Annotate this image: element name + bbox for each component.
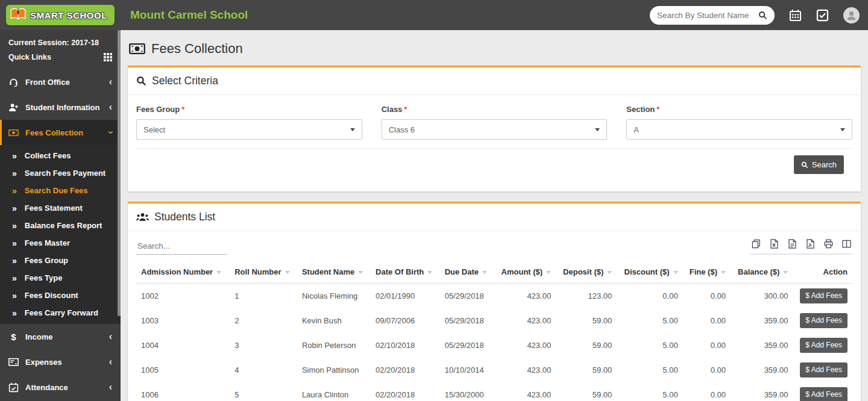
submenu-item-search-due-fees[interactable]: Search Due Fees [0, 182, 121, 199]
sort-icon[interactable] [721, 271, 726, 274]
angle-double-right-icon [12, 238, 17, 248]
submenu-item-fees-carry-forward[interactable]: Fees Carry Forward [0, 304, 121, 322]
export-toolbar [750, 239, 852, 255]
school-name: Mount Carmel School [130, 8, 248, 22]
col-amount[interactable]: Amount ($) [494, 261, 556, 284]
sort-icon[interactable] [482, 271, 487, 274]
current-session-label: Current Session: 2017-18 [8, 36, 112, 50]
sidebar-item-label: Fees Collection [25, 128, 83, 137]
quick-links[interactable]: Quick Links [8, 50, 112, 64]
col-action: Action [793, 261, 852, 284]
user-avatar[interactable] [843, 7, 860, 23]
column-visibility-icon[interactable] [842, 239, 851, 249]
sidebar-item-label: Student Information [25, 103, 100, 112]
angle-double-right-icon [12, 204, 17, 213]
quick-links-label: Quick Links [8, 50, 51, 64]
sort-icon[interactable] [427, 271, 432, 274]
caret-down-icon [595, 128, 600, 131]
student-search-box[interactable] [650, 6, 775, 25]
calendar-check-icon [8, 382, 19, 393]
angle-double-right-icon [12, 308, 17, 318]
students-list-card: Students List Admission Number [128, 202, 861, 401]
table-search-input[interactable] [136, 239, 227, 255]
section-field: Section* A [626, 105, 852, 140]
sidebar-item-label: Income [25, 332, 53, 341]
students-table: Admission Number Roll Number Student Nam… [136, 261, 852, 401]
chevron-left-icon [109, 357, 112, 367]
sort-icon[interactable] [783, 271, 788, 274]
submenu-item-fees-statement[interactable]: Fees Statement [0, 199, 121, 217]
dollar-icon: $ [8, 332, 19, 342]
table-row: 10054Simon Pattinson02/20/201810/10/2014… [136, 358, 852, 382]
sort-icon[interactable] [673, 271, 678, 274]
excel-export-icon[interactable] [770, 239, 779, 249]
submenu-item-fees-group[interactable]: Fees Group [0, 252, 121, 269]
pdf-export-icon[interactable] [806, 239, 815, 249]
sidebar-item-front-office[interactable]: Front Office [0, 69, 121, 95]
col-date-of-birth[interactable]: Date Of Birth [371, 261, 440, 284]
sidebar-item-student-information[interactable]: Student Information [0, 95, 121, 120]
sort-icon[interactable] [358, 271, 363, 274]
col-due-date[interactable]: Due Date [440, 261, 494, 284]
copy-icon[interactable] [752, 239, 761, 249]
money-icon [8, 128, 19, 138]
grid-icon[interactable] [104, 53, 112, 61]
chevron-down-icon [109, 128, 112, 137]
add-fees-button[interactable]: $ Add Fees [800, 387, 848, 401]
csv-export-icon[interactable] [788, 239, 797, 249]
student-search-input[interactable] [657, 11, 758, 20]
col-student-name[interactable]: Student Name [297, 261, 371, 284]
sidebar-item-label: Attendance [25, 383, 68, 392]
sort-icon[interactable] [546, 271, 551, 274]
angle-double-right-icon [12, 256, 17, 266]
caret-down-icon [350, 128, 355, 131]
select-criteria-header: Select Criteria [128, 67, 861, 95]
headset-icon [8, 77, 19, 87]
sort-icon[interactable] [216, 271, 221, 274]
fees-group-select[interactable]: Select [136, 119, 362, 140]
add-fees-button[interactable]: $ Add Fees [800, 313, 848, 328]
col-discount[interactable]: Discount ($) [617, 261, 682, 284]
sidebar-item-attendance[interactable]: Attendance [0, 375, 121, 400]
add-fees-button[interactable]: $ Add Fees [800, 288, 848, 303]
print-icon[interactable] [824, 239, 833, 249]
add-fees-button[interactable]: $ Add Fees [800, 338, 848, 353]
page-title: Fees Collection [129, 41, 860, 57]
col-deposit[interactable]: Deposit ($) [556, 261, 617, 284]
section-select[interactable]: A [626, 119, 852, 140]
submenu-item-fees-type[interactable]: Fees Type [0, 269, 121, 287]
search-icon [136, 76, 146, 86]
sort-icon[interactable] [285, 271, 290, 274]
search-button[interactable]: Search [794, 155, 844, 174]
col-roll-number[interactable]: Roll Number [230, 261, 297, 284]
class-select[interactable]: Class 6 [382, 119, 608, 140]
task-check-icon[interactable] [816, 9, 829, 22]
sidebar-item-fees-collection[interactable]: Fees Collection [0, 120, 121, 145]
table-row: 10021Nicolas Fleming02/01/199005/29/2018… [136, 284, 852, 309]
logo[interactable]: SMART SCHOOL [0, 5, 121, 25]
sort-icon[interactable] [607, 271, 612, 274]
angle-double-right-icon [12, 169, 17, 178]
submenu-item-search-fees-payment[interactable]: Search Fees Payment [0, 164, 121, 182]
col-balance[interactable]: Balance ($) [731, 261, 793, 284]
person-icon [846, 10, 857, 21]
submenu-item-fees-discount[interactable]: Fees Discount [0, 287, 121, 304]
col-admission-number[interactable]: Admission Number [136, 261, 230, 284]
add-fees-button[interactable]: $ Add Fees [800, 362, 848, 378]
sidebar-item-income[interactable]: $ Income [0, 324, 121, 349]
sidebar: Current Session: 2017-18 Quick Links Fro… [0, 30, 121, 401]
sidebar-item-expenses[interactable]: Expenses [0, 349, 121, 375]
submenu-item-fees-master[interactable]: Fees Master [0, 234, 121, 252]
search-icon [801, 161, 808, 169]
submenu-item-balance-fees-report[interactable]: Balance Fees Report [0, 217, 121, 234]
angle-double-right-icon [12, 273, 17, 283]
col-fine[interactable]: Fine ($) [683, 261, 731, 284]
select-criteria-card: Select Criteria Fees Group* Select Class… [128, 66, 861, 191]
angle-double-right-icon [12, 291, 17, 300]
class-field: Class* Class 6 [382, 105, 608, 140]
main-content: Fees Collection Select Criteria Fees Gro… [121, 30, 868, 401]
fees-group-field: Fees Group* Select [136, 105, 362, 140]
search-icon[interactable] [758, 11, 767, 20]
calendar-icon[interactable] [789, 9, 802, 22]
submenu-item-collect-fees[interactable]: Collect Fees [0, 147, 121, 164]
